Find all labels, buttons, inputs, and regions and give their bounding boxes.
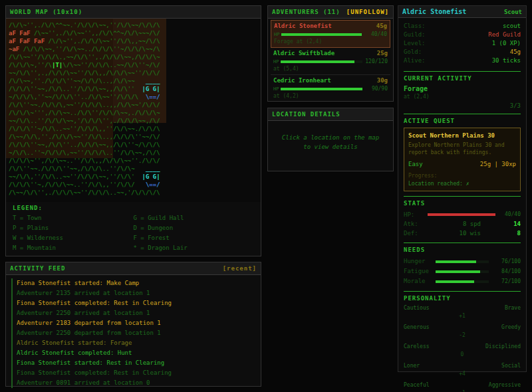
personality-traits: CarelessDisciplined xyxy=(404,343,521,349)
personality-axis: LonerSocial+4 xyxy=(404,363,521,377)
trait-left: Peaceful xyxy=(404,382,430,388)
info-value: Red Guild xyxy=(488,31,521,39)
guild-hall-tile[interactable]: |G G| xyxy=(142,173,160,181)
quest-progress-value: Location reached: ✗ xyxy=(408,181,516,187)
unfollow-button[interactable]: [UNFOLLOW] xyxy=(346,9,389,15)
info-label: Class: xyxy=(404,22,426,31)
need-row: Hunger76/100 xyxy=(404,256,521,266)
trait-right: Disciplined xyxy=(485,343,521,349)
current-activity-section: CURRENT ACTIVITY Forage at (2,4) 3/3 xyxy=(404,71,521,109)
info-value: 30 ticks xyxy=(492,56,521,65)
feed-item: Fiona Stonefist completed: Rest in Clear… xyxy=(11,368,255,378)
adventurer-card[interactable]: Aldric Swiftblade25gHP120/120at (5,4) xyxy=(271,48,390,75)
legend-left-column: T = TownP = PlainsW = WildernessM = Moun… xyxy=(13,213,134,253)
feed-item: Adventurer 2250 departed from location 1 xyxy=(11,328,255,338)
trait-right: Aggressive xyxy=(489,382,521,388)
legend-item: G = Guild Hall xyxy=(134,213,255,223)
need-row: Fatigue84/100 xyxy=(404,266,521,276)
adventurer-card[interactable]: Aldric Stonefist45gHP40/40Forage at (2,4… xyxy=(271,20,390,48)
adventurer-marker[interactable]: ~aF xyxy=(9,45,19,53)
stat-label: HP: xyxy=(404,210,428,219)
stats-section: STATS HP:40/40Atk:8 spd14Def:10 wis8 xyxy=(404,196,521,238)
detail-info-row: Level:1 (0 XP) xyxy=(404,39,521,48)
adventurer-hp-row: HP90/90 xyxy=(273,86,388,92)
quest-reward: 25g | 30xp xyxy=(480,161,516,167)
trait-left: Careless xyxy=(404,343,430,349)
activity-feed-title: ACTIVITY FEED xyxy=(10,265,65,272)
adventurer-list: Aldric Stonefist45gHP40/40Forage at (2,4… xyxy=(268,19,393,102)
adventurer-card-header: Aldric Stonefist45g xyxy=(274,23,387,29)
stat-sub-value: 8 spd xyxy=(428,219,498,229)
personality-axis: PeacefulAggressive+1 xyxy=(404,382,521,392)
adventurer-status: at (5,4) xyxy=(273,66,388,72)
stat-row: Def:10 wis8 xyxy=(404,229,521,238)
trait-right: Greedy xyxy=(501,324,521,330)
activity-location: at (2,4) xyxy=(404,94,521,100)
hp-label: HP xyxy=(273,86,279,92)
legend-item: P = Plains xyxy=(13,223,134,233)
info-label: Gold: xyxy=(404,48,422,56)
water-tile[interactable]: \==/ xyxy=(146,93,160,101)
need-value: 76/100 xyxy=(491,256,521,266)
activity-progress: 3/3 xyxy=(404,102,521,109)
stat-value: 14 xyxy=(498,219,521,229)
need-bar xyxy=(436,280,489,283)
personality-heading: PERSONALITY xyxy=(404,295,521,302)
stat-value: 8 xyxy=(498,229,521,238)
trait-value: -2 xyxy=(404,332,521,338)
trait-value: 0 xyxy=(404,351,521,357)
feed-item: Adventurer 2183 departed from location 1 xyxy=(11,318,255,328)
needs-section: NEEDS Hunger76/100Fatigue84/100Morale72/… xyxy=(404,243,521,286)
feed-item: Adventurer 2135 arrived at location 1 xyxy=(11,288,255,298)
adventurer-gold: 25g xyxy=(377,50,388,56)
adventurer-marker[interactable]: aF FaF FaF xyxy=(9,37,45,45)
legend-item: W = Wilderness xyxy=(13,233,134,243)
guild-hall-tile[interactable]: ____ xyxy=(146,165,160,173)
personality-axis: GenerousGreedy-2 xyxy=(404,324,521,338)
personality-traits: PeacefulAggressive xyxy=(404,382,521,388)
legend-item: M = Mountain xyxy=(13,243,134,253)
adventurers-panel: ADVENTURERS (11) [UNFOLLOW] Aldric Stone… xyxy=(267,5,394,102)
town-tile[interactable]: |T| xyxy=(52,61,63,69)
world-map[interactable]: /\/\~'',./\/\^^~~.'/\/\/\~~,''/\/\~~/\/\… xyxy=(6,19,261,202)
adventurer-hp-row: HP40/40 xyxy=(274,31,387,37)
detail-info-row: Class:scout xyxy=(404,22,521,31)
hp-bar xyxy=(281,60,362,63)
legend-item: D = Dungeon xyxy=(134,223,255,233)
hp-bar-fill xyxy=(281,33,362,36)
legend-title: LEGEND: xyxy=(13,205,254,211)
world-map-panel: WORLD MAP (10x10) /\/\~'',./\/\^^~~.'/\/… xyxy=(5,5,261,256)
activity-feed-panel: ACTIVITY FEED [recent] Fiona Stonefist s… xyxy=(5,262,261,387)
guild-hall-tile[interactable]: ____ xyxy=(146,77,160,85)
personality-section: PERSONALITY CautiousBrave+1GenerousGreed… xyxy=(404,291,521,392)
hp-value: 120/120 xyxy=(365,58,388,64)
legend-item: T = Town xyxy=(13,213,134,223)
adventurer-name: Aldric Swiftblade xyxy=(273,50,334,56)
personality-traits: GenerousGreedy xyxy=(404,324,521,330)
stat-label: Atk: xyxy=(404,219,428,229)
need-bar-fill xyxy=(436,280,474,283)
adventurer-gold: 45g xyxy=(376,23,387,29)
info-label: Guild: xyxy=(404,31,426,39)
adventurer-card-header: Cedric Ironheart30g xyxy=(273,77,388,84)
adventurer-card[interactable]: Cedric Ironheart30gHP90/90at (4,2) xyxy=(271,75,390,102)
adventurer-marker[interactable]: aF FaF xyxy=(9,29,31,37)
quest-card[interactable]: Scout Northern Plains 30 Explore Norther… xyxy=(404,128,521,191)
detail-info-row: Alive:30 ticks xyxy=(404,56,521,65)
water-tile[interactable]: \==/ xyxy=(146,181,160,189)
info-value: scout xyxy=(503,22,521,31)
adventurers-title: ADVENTURERS (11) xyxy=(272,9,340,15)
feed-item: Fiona Stonefist started: Make Camp xyxy=(11,278,255,288)
info-label: Alive: xyxy=(404,56,426,65)
detail-class-badge: Scout xyxy=(504,9,522,15)
current-activity-heading: CURRENT ACTIVITY xyxy=(404,75,521,82)
guild-hall-tile[interactable]: |G G| xyxy=(142,85,160,93)
trait-left: Cautious xyxy=(404,305,430,311)
activity-feed-badge: [recent] xyxy=(223,265,257,272)
activity-feed-list: Fiona Stonefist started: Make CampAdvent… xyxy=(6,275,261,391)
need-row: Morale72/100 xyxy=(404,276,521,286)
ascii-map[interactable]: /\/\~'',./\/\^^~~.'/\/\/\~~,''/\/\~~/\/\… xyxy=(6,19,261,199)
stat-label: Def: xyxy=(404,229,428,238)
personality-axis: CarelessDisciplined0 xyxy=(404,343,521,357)
legend-item: * = Dragon Lair xyxy=(134,243,255,253)
